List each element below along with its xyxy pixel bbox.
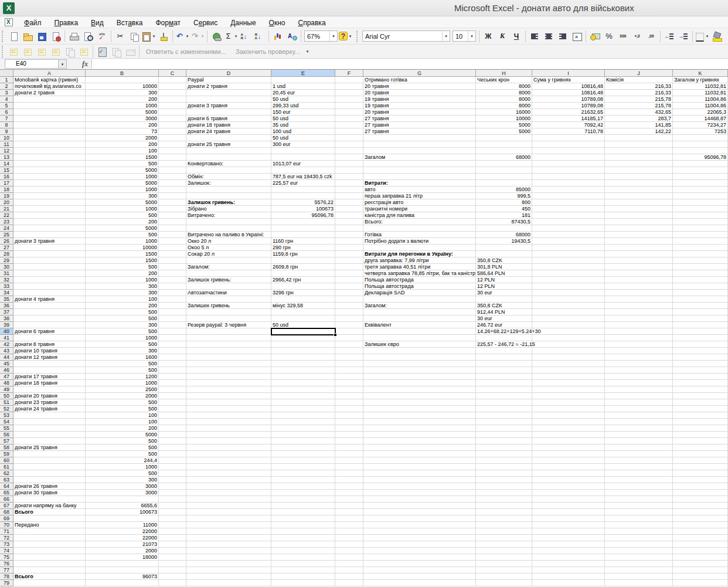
cell-G72[interactable] (363, 535, 476, 541)
menu-file[interactable]: Файл (18, 18, 48, 28)
row-header-19[interactable]: 19 (0, 193, 13, 199)
cell-J33[interactable] (605, 283, 673, 290)
cell-H44[interactable] (476, 354, 532, 361)
row-header-17[interactable]: 17 (0, 180, 13, 186)
cell-B20[interactable]: 5000 (86, 199, 159, 206)
cell-J65[interactable] (605, 490, 673, 496)
cell-J44[interactable] (605, 354, 673, 361)
row-header-79[interactable]: 79 (0, 580, 13, 586)
cell-B15[interactable]: 5000 (86, 167, 159, 174)
cell-I71[interactable] (532, 528, 605, 535)
cell-J11[interactable] (605, 141, 673, 148)
cell-D27[interactable]: Окоо 5 л (186, 245, 271, 251)
cell-F29[interactable] (335, 257, 363, 264)
cell-B52[interactable]: 500 (86, 406, 159, 412)
cell-C65[interactable] (159, 490, 186, 496)
cell-K78[interactable] (673, 574, 728, 580)
workbook-icon[interactable] (5, 18, 13, 26)
cell-B5[interactable]: 1000 (86, 103, 159, 109)
cell-J68[interactable] (605, 509, 673, 515)
print-preview-button[interactable] (81, 29, 95, 43)
cell-B63[interactable]: 300 (86, 477, 159, 483)
cell-A5[interactable] (13, 103, 86, 109)
cell-G2[interactable]: 20 травня (363, 83, 476, 90)
cell-H3[interactable]: 8000 (476, 90, 532, 96)
cell-K67[interactable] (673, 503, 728, 509)
cell-I64[interactable] (532, 483, 605, 490)
cell-J34[interactable] (605, 290, 673, 296)
cell-E6[interactable]: 150 eur (271, 109, 335, 116)
cell-H51[interactable] (476, 399, 532, 406)
cell-D36[interactable]: Залишек гривень (186, 303, 271, 309)
cell-I60[interactable] (532, 457, 605, 464)
cell-D73[interactable] (186, 541, 271, 548)
cell-J35[interactable] (605, 296, 673, 303)
cell-H54[interactable] (476, 419, 532, 425)
cell-F15[interactable] (335, 167, 363, 174)
row-header-61[interactable]: 61 (0, 464, 13, 470)
cell-H57[interactable] (476, 438, 532, 445)
undo-dropdown[interactable]: ▾ (185, 34, 190, 39)
cell-C40[interactable] (159, 328, 186, 335)
cell-F63[interactable] (335, 477, 363, 483)
cell-C14[interactable] (159, 161, 186, 167)
cell-A28[interactable] (13, 251, 86, 257)
cell-B33[interactable]: 300 (86, 283, 159, 290)
cell-B75[interactable]: 18000 (86, 554, 159, 561)
cell-J56[interactable] (605, 432, 673, 438)
cell-A78[interactable]: Всього (13, 574, 86, 580)
col-header-G[interactable]: G (363, 70, 476, 77)
cell-A19[interactable] (13, 193, 86, 199)
cell-B1[interactable] (86, 77, 159, 83)
cell-K26[interactable] (673, 238, 728, 245)
cell-F28[interactable] (335, 251, 363, 257)
previous-comment-button[interactable] (21, 45, 35, 59)
cell-K27[interactable] (673, 245, 728, 251)
cell-C1[interactable] (159, 77, 186, 83)
cell-H32[interactable]: 12 PLN (476, 277, 532, 283)
cell-I31[interactable] (532, 270, 605, 277)
cell-G5[interactable]: 19 травня (363, 103, 476, 109)
cell-G67[interactable] (363, 503, 476, 509)
row-header-60[interactable]: 60 (0, 457, 13, 464)
row-header-65[interactable]: 65 (0, 490, 13, 496)
cell-G61[interactable] (363, 464, 476, 470)
cell-B19[interactable]: 300 (86, 193, 159, 199)
cell-D14[interactable]: Конвертовано: (186, 161, 271, 167)
cell-K7[interactable]: 14468,87 (673, 116, 728, 122)
cell-C63[interactable] (159, 477, 186, 483)
cell-D68[interactable] (186, 509, 271, 515)
cell-K79[interactable] (673, 580, 728, 586)
col-header-A[interactable]: A (13, 70, 86, 77)
cell-B31[interactable]: 200 (86, 270, 159, 277)
cell-I52[interactable] (532, 406, 605, 412)
cell-C27[interactable] (159, 245, 186, 251)
cell-A38[interactable] (13, 315, 86, 322)
cell-B24[interactable]: 5000 (86, 225, 159, 232)
cell-G4[interactable]: 19 травня (363, 96, 476, 103)
cell-H71[interactable] (476, 528, 532, 535)
font-size-dropdown[interactable]: ▾ (468, 31, 475, 41)
cell-J4[interactable]: 215,78 (605, 96, 673, 103)
cell-G22[interactable]: каністра для палива (363, 212, 476, 219)
cell-B62[interactable]: 500 (86, 470, 159, 477)
cell-I8[interactable]: 7092,42 (532, 122, 605, 128)
cell-I61[interactable] (532, 464, 605, 470)
cell-F62[interactable] (335, 470, 363, 477)
menu-view[interactable]: Вид (84, 18, 110, 28)
cell-E56[interactable] (271, 432, 335, 438)
cell-K10[interactable] (673, 135, 728, 141)
cell-D55[interactable] (186, 425, 271, 432)
cell-E33[interactable] (271, 283, 335, 290)
cell-C72[interactable] (159, 535, 186, 541)
row-header-48[interactable]: 48 (0, 380, 13, 386)
cell-A37[interactable] (13, 309, 86, 315)
cell-G6[interactable]: 20 травня (363, 109, 476, 116)
cell-E4[interactable]: 50 usd (271, 96, 335, 103)
row-header-32[interactable]: 32 (0, 277, 13, 283)
row-header-66[interactable]: 66 (0, 496, 13, 503)
cell-B42[interactable]: 500 (86, 341, 159, 348)
cell-J63[interactable] (605, 477, 673, 483)
cell-B65[interactable]: 3000 (86, 490, 159, 496)
cell-G58[interactable] (363, 445, 476, 451)
